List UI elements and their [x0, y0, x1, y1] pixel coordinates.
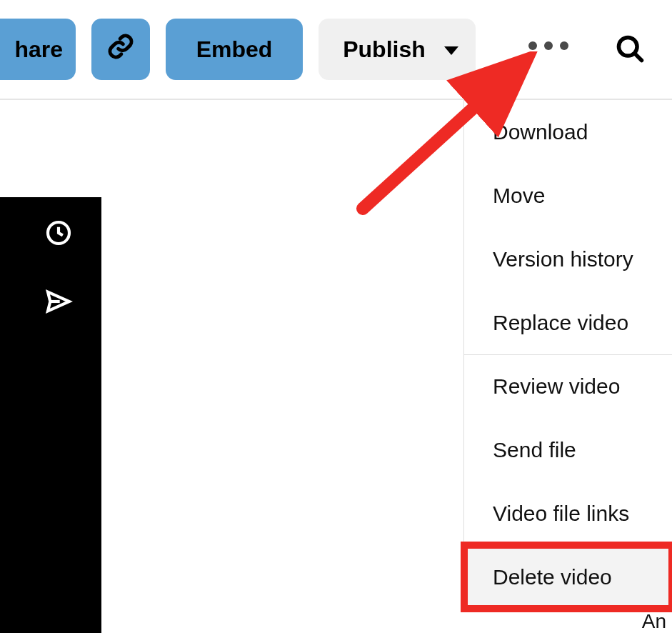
menu-cutoff-text: An: [642, 610, 666, 633]
menu-item-download[interactable]: Download: [464, 100, 672, 164]
chevron-down-icon: [444, 46, 458, 55]
top-toolbar: hare Embed Publish: [0, 0, 672, 100]
menu-item-label: Review video: [493, 374, 620, 399]
menu-item-version-history[interactable]: Version history: [464, 227, 672, 291]
menu-item-send-file[interactable]: Send file: [464, 418, 672, 482]
menu-item-label: Video file links: [493, 502, 629, 526]
menu-item-delete-video[interactable]: Delete video: [464, 545, 672, 609]
menu-item-move[interactable]: Move: [464, 164, 672, 227]
menu-item-label: Delete video: [493, 565, 612, 589]
menu-cutoff-fragment: An: [463, 609, 672, 633]
menu-item-label: Send file: [493, 438, 576, 462]
menu-item-label: Move: [493, 184, 545, 208]
search-button[interactable]: [614, 33, 646, 64]
video-preview-panel: [0, 197, 101, 633]
embed-button[interactable]: Embed: [166, 19, 303, 80]
share-button-label: hare: [14, 36, 63, 63]
menu-item-review-video[interactable]: Review video: [464, 354, 672, 418]
menu-item-video-file-links[interactable]: Video file links: [464, 482, 672, 545]
more-options-button[interactable]: [521, 34, 576, 57]
menu-item-label: Download: [493, 120, 588, 144]
clock-icon: [44, 237, 73, 249]
dot-icon: [544, 41, 553, 50]
dot-icon: [528, 41, 537, 50]
link-icon: [106, 32, 135, 66]
share-button[interactable]: hare: [0, 19, 76, 80]
watch-later-button[interactable]: [44, 219, 73, 247]
embed-button-label: Embed: [196, 36, 273, 63]
more-options-menu: Download Move Version history Replace vi…: [463, 100, 672, 609]
menu-item-label: Replace video: [493, 311, 628, 335]
paper-plane-icon: [44, 306, 73, 318]
svg-line-1: [635, 54, 641, 60]
dot-icon: [560, 41, 568, 50]
search-icon: [614, 54, 646, 66]
publish-button[interactable]: Publish: [319, 19, 476, 80]
menu-item-label: Version history: [493, 247, 633, 271]
copy-link-button[interactable]: [91, 19, 150, 80]
publish-button-label: Publish: [343, 36, 426, 63]
menu-item-replace-video[interactable]: Replace video: [464, 291, 672, 354]
send-button[interactable]: [44, 287, 73, 316]
